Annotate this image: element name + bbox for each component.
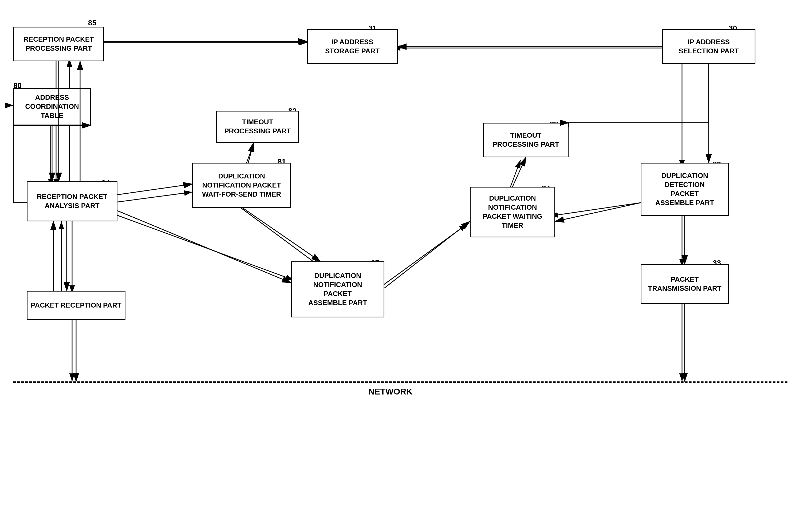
packet-transmission-box: PACKETTRANSMISSION PART [641,264,729,304]
diagram: 85 80 31 30 82 81 84 83 38 34 32 37 33 R… [0,0,812,526]
network-label: NETWORK [368,387,412,397]
svg-line-6 [112,192,192,203]
ip-address-selection-box: IP ADDRESSSELECTION PART [662,29,755,64]
svg-line-12 [237,205,320,267]
arrows-svg [0,0,812,526]
svg-line-11 [246,144,253,165]
address-coordination-box: ADDRESSCOORDINATIONTABLE [13,88,91,125]
svg-line-16 [379,224,467,288]
duplication-notification-timer-box: DUPLICATIONNOTIFICATION PACKETWAIT-FOR-S… [192,163,291,208]
network-line [13,381,787,383]
ip-address-storage-box: IP ADDRESSSTORAGE PART [307,29,398,64]
duplication-notification-waiting-box: DUPLICATIONNOTIFICATIONPACKET WAITINGTIM… [470,187,555,237]
timeout-processing-left-box: TIMEOUTPROCESSING PART [216,111,299,143]
reception-packet-processing-box: RECEPTION PACKETPROCESSING PART [13,27,104,61]
duplication-detection-assemble-box: DUPLICATIONDETECTIONPACKETASSEMBLE PART [641,163,729,216]
packet-reception-box: PACKET RECEPTION PART [27,291,126,320]
ref-85: 85 [88,19,96,27]
timeout-processing-right-box: TIMEOUTPROCESSING PART [483,123,568,157]
main-arrows [0,0,812,526]
svg-line-7 [112,213,294,280]
svg-line-14 [550,203,641,216]
duplication-notification-assemble-box: DUPLICATIONNOTIFICATIONPACKETASSEMBLE PA… [291,261,385,317]
reception-packet-analysis-box: RECEPTION PACKETANALYSIS PART [27,181,117,221]
